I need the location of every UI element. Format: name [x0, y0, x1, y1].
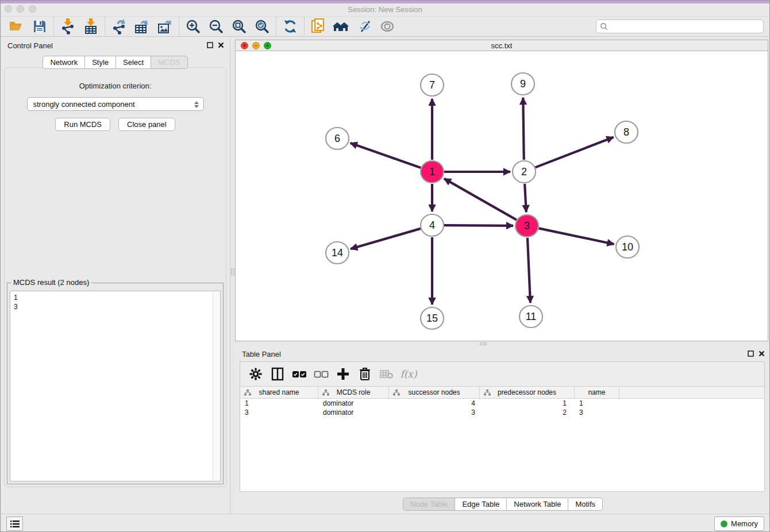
- table-row[interactable]: 3 dominator 3 2 3: [240, 408, 764, 417]
- graph-node-8[interactable]: 8: [615, 121, 638, 143]
- delete-table-icon: [380, 369, 394, 379]
- graph-edge-4-3[interactable]: [444, 225, 513, 226]
- zoom-in-button[interactable]: [182, 17, 205, 36]
- tab-network[interactable]: Network: [43, 56, 85, 69]
- delete-columns-button[interactable]: [355, 364, 375, 384]
- graph-edge-2-9[interactable]: [523, 98, 523, 160]
- deselect-all-columns-button[interactable]: [311, 364, 331, 384]
- graph-node-15[interactable]: 15: [421, 307, 444, 329]
- memory-button[interactable]: Memory: [714, 516, 764, 531]
- search-input[interactable]: [610, 22, 763, 31]
- close-panel-button[interactable]: Close panel: [118, 118, 175, 131]
- result-scrollbar[interactable]: [213, 292, 220, 480]
- task-history-button[interactable]: [6, 516, 23, 531]
- open-folder-icon: [9, 20, 25, 33]
- columns-icon: [271, 367, 284, 381]
- main-toolbar: [1, 16, 769, 37]
- graph-node-14[interactable]: 14: [326, 242, 349, 264]
- open-session-button[interactable]: [5, 17, 28, 36]
- show-panels-button[interactable]: [376, 17, 399, 36]
- graph-node-4[interactable]: 4: [421, 214, 444, 236]
- tab-edge-table[interactable]: Edge Table: [455, 498, 507, 511]
- graph-edge-1-6[interactable]: [351, 143, 421, 168]
- graph-edge-3-11[interactable]: [528, 238, 530, 303]
- toggle-columns-button[interactable]: [268, 364, 287, 384]
- graph-node-10[interactable]: 10: [616, 236, 639, 258]
- network-file-icon: [311, 18, 326, 34]
- float-panel-icon[interactable]: [207, 42, 213, 48]
- float-panel-icon[interactable]: [748, 350, 754, 357]
- export-table-icon: [134, 18, 150, 34]
- split-divider-handle[interactable]: [480, 342, 487, 345]
- cell-mcds-role: dominator: [318, 399, 389, 408]
- graph-node-11[interactable]: 11: [519, 306, 542, 327]
- export-table-button[interactable]: [130, 17, 153, 36]
- column-header-name[interactable]: name: [575, 387, 619, 398]
- graph-node-3[interactable]: 3: [515, 215, 538, 237]
- memory-status-icon: [721, 521, 727, 527]
- column-header-shared-name[interactable]: shared name: [240, 387, 318, 398]
- selected-criterion: strongly connected component: [33, 100, 135, 109]
- network-frame-titlebar[interactable]: × − + scc.txt: [236, 40, 768, 51]
- status-bar: Memory: [1, 514, 769, 532]
- graph-edge-4-14[interactable]: [351, 229, 421, 249]
- tab-node-table[interactable]: Node Table: [403, 498, 456, 511]
- column-header-predecessor-nodes[interactable]: predecessor nodes: [480, 387, 575, 398]
- create-column-button[interactable]: [333, 364, 353, 384]
- close-panel-icon[interactable]: [218, 42, 224, 48]
- run-mcds-button[interactable]: Run MCDS: [55, 118, 110, 131]
- zoom-selected-icon: [255, 19, 270, 34]
- overview-button[interactable]: [330, 17, 353, 36]
- fit-content-button[interactable]: [228, 17, 251, 36]
- table-settings-button[interactable]: [246, 364, 265, 384]
- import-network-button[interactable]: [56, 17, 79, 36]
- graph-node-6[interactable]: 6: [326, 128, 349, 149]
- split-divider-handle[interactable]: [231, 268, 234, 275]
- tab-select[interactable]: Select: [116, 56, 151, 69]
- export-network-button[interactable]: [107, 17, 130, 36]
- import-table-button[interactable]: [79, 17, 102, 36]
- destroy-table-button[interactable]: [377, 364, 396, 384]
- horizontal-split-divider[interactable]: [235, 341, 770, 346]
- zoom-out-button[interactable]: [205, 17, 228, 36]
- save-session-button[interactable]: [28, 17, 51, 36]
- optimization-criterion-select[interactable]: strongly connected component: [27, 97, 204, 111]
- graph-edge-3-10[interactable]: [539, 228, 614, 244]
- column-header-mcds-role[interactable]: MCDS role: [318, 387, 389, 398]
- network-canvas[interactable]: 1234678910111415: [236, 51, 768, 341]
- zoom-selected-button[interactable]: [251, 17, 274, 36]
- select-all-columns-button[interactable]: [290, 364, 309, 384]
- hide-panels-button[interactable]: [353, 17, 376, 36]
- open-network-file-button[interactable]: [307, 17, 330, 36]
- graph-node-1[interactable]: 1: [421, 161, 444, 183]
- function-builder-button[interactable]: f(x): [399, 364, 418, 384]
- network-graph[interactable]: 1234678910111415: [236, 51, 768, 341]
- import-table-icon: [83, 18, 98, 34]
- application-window: Session: New Session: [0, 0, 770, 532]
- graph-node-label: 11: [526, 311, 537, 322]
- zoom-out-icon: [209, 19, 224, 34]
- refresh-button[interactable]: [279, 17, 302, 36]
- table-row[interactable]: 1 dominator 4 1 1: [240, 399, 764, 408]
- toolbar-separator: [105, 17, 105, 36]
- graph-edge-2-3[interactable]: [525, 184, 526, 212]
- tab-style[interactable]: Style: [84, 56, 116, 69]
- window-title: Session: New Session: [1, 5, 769, 14]
- graph-node-7[interactable]: 7: [421, 74, 444, 96]
- column-header-successor-nodes[interactable]: successor nodes: [389, 387, 480, 398]
- graph-edge-3-1[interactable]: [444, 179, 517, 220]
- export-image-button[interactable]: [153, 17, 176, 36]
- hierarchy-icon: [393, 390, 400, 396]
- tab-mcds[interactable]: MCDS: [151, 56, 187, 69]
- graph-node-9[interactable]: 9: [511, 73, 534, 95]
- tab-network-table[interactable]: Network Table: [506, 498, 568, 511]
- toolbar-separator: [304, 17, 305, 36]
- close-panel-icon[interactable]: [759, 350, 765, 357]
- graph-node-2[interactable]: 2: [513, 161, 536, 183]
- export-image-icon: [157, 18, 173, 34]
- home-icon: [333, 20, 350, 33]
- graph-edge-2-8[interactable]: [536, 137, 614, 168]
- gear-icon: [249, 368, 262, 380]
- tab-motifs[interactable]: Motifs: [568, 498, 603, 511]
- mcds-result-text[interactable]: 1 3: [10, 291, 221, 481]
